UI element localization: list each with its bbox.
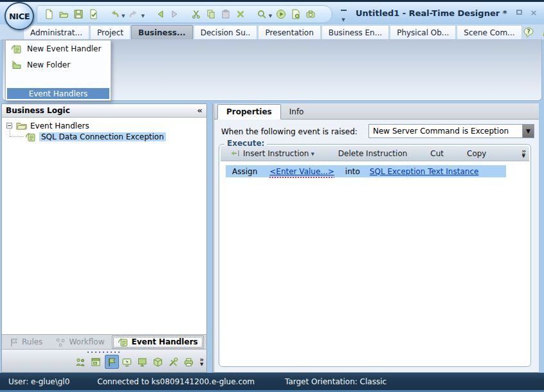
tree-node-label: Event Handlers xyxy=(30,121,89,130)
tab-business-logic[interactable]: Business... xyxy=(131,25,193,40)
workflow-icon xyxy=(55,337,66,347)
tree-collapse-icon[interactable] xyxy=(6,123,12,129)
redo-dropdown-icon[interactable]: ▼ xyxy=(141,13,144,19)
tree-line xyxy=(10,129,10,136)
new-event-handler-button[interactable]: New Event Handler xyxy=(6,40,111,57)
panel-title: Business Logic xyxy=(6,106,70,115)
save-icon[interactable] xyxy=(72,8,85,21)
execute-toolbar-overflow-icon[interactable]: ››▼ xyxy=(522,148,528,159)
search-icon[interactable] xyxy=(255,8,268,21)
delete-icon[interactable] xyxy=(234,8,247,21)
forms-window-icon[interactable] xyxy=(89,355,104,369)
undo-dropdown-icon[interactable]: ▼ xyxy=(122,13,125,19)
help-icon[interactable]: ? xyxy=(523,27,534,38)
rules-flag-icon xyxy=(10,337,19,347)
instruction-action: Assign xyxy=(232,167,257,176)
quick-access-toolbar: ▼ ▼ ▼ xyxy=(37,5,332,23)
application-menu-button[interactable]: NICE xyxy=(5,2,34,30)
info-icon[interactable]: i xyxy=(541,27,544,38)
tab-administration[interactable]: Administrat... xyxy=(23,25,89,40)
window-title: Untitled1 - Real-Time Designer * xyxy=(356,8,507,18)
tab-physical-objects[interactable]: Physical Ob... xyxy=(390,25,456,40)
insert-instruction-icon xyxy=(230,150,240,157)
toolbar-grip-handle[interactable] xyxy=(86,351,122,353)
insert-instruction-dropdown-icon: ▼ xyxy=(311,152,314,157)
status-orientation: Target Orientation: Classic xyxy=(285,377,386,386)
undo-icon[interactable] xyxy=(108,8,121,21)
new-event-handler-label: New Event Handler xyxy=(27,44,101,53)
tab-decision-support[interactable]: Decision Su.. xyxy=(194,25,258,40)
search-dropdown-icon[interactable]: ▼ xyxy=(269,13,272,19)
run-icon[interactable] xyxy=(275,8,287,21)
event-combobox[interactable]: New Server Command is Exception ▼ xyxy=(368,124,534,138)
event-raised-label: When the following event is raised: xyxy=(221,127,358,136)
copy-icon[interactable] xyxy=(204,8,217,21)
tab-properties[interactable]: Properties xyxy=(217,104,281,120)
forward-icon[interactable] xyxy=(168,8,181,21)
validate-document-icon[interactable] xyxy=(87,8,100,21)
tab-event-handlers[interactable]: Event Handlers xyxy=(112,335,203,349)
cut-instruction-button[interactable]: Cut xyxy=(426,147,448,160)
new-folder-button[interactable]: New Folder xyxy=(6,57,111,73)
delete-instruction-button[interactable]: Delete Instruction xyxy=(334,147,411,160)
properties-panel: Properties Info When the following event… xyxy=(212,103,539,373)
cut-icon[interactable] xyxy=(190,8,203,21)
toolbar-customize-chevron[interactable]: ▼ xyxy=(340,10,347,24)
tab-scene-composer[interactable]: Scene Com... xyxy=(457,25,521,40)
event-handler-icon xyxy=(118,337,128,347)
ribbon-tab-bar: Administrat... Project Business... Decis… xyxy=(0,24,544,40)
minimize-button[interactable]: – xyxy=(499,7,509,17)
enter-value-link[interactable]: <Enter Value...> xyxy=(269,167,334,176)
collapse-panel-icon[interactable]: « xyxy=(197,107,203,114)
ribbon-right-icons: ? i xyxy=(523,27,544,40)
instruction-row[interactable]: Assign <Enter Value...> into SQL Excepti… xyxy=(226,165,506,177)
printer-icon[interactable] xyxy=(182,355,196,369)
nice-logo-text: NICE xyxy=(9,12,30,21)
status-connection: Connected to ks0809141200.e-glue.com xyxy=(97,377,255,386)
event-handlers-group-popup: New Event Handler New Folder Event Handl… xyxy=(5,40,111,101)
rules-flag-toolbar-icon[interactable] xyxy=(105,355,119,369)
tree-node-label-selected: SQL Data Connection Exception xyxy=(39,132,166,141)
tree-node-event-handlers[interactable]: Event Handlers xyxy=(2,120,206,131)
status-bar: User: e-glue\gl0 Connected to ks08091412… xyxy=(0,373,544,390)
tab-workflow[interactable]: Workflow xyxy=(50,336,109,348)
app-window: ▼ ▼ ▼ ▼ Untitled1 - Real-Time Designer *… xyxy=(0,0,544,392)
paste-icon[interactable] xyxy=(219,8,232,21)
tab-rules[interactable]: Rules xyxy=(5,336,48,348)
title-bar: ▼ ▼ ▼ ▼ Untitled1 - Real-Time Designer *… xyxy=(0,2,544,24)
event-handlers-group-bar[interactable]: Event Handlers xyxy=(7,88,109,99)
snapshot-camera-icon[interactable] xyxy=(304,8,317,21)
instruction-list: Assign <Enter Value...> into SQL Excepti… xyxy=(221,161,529,365)
users-icon[interactable] xyxy=(74,355,88,369)
instruction-target-link[interactable]: SQL Exception Text Instance xyxy=(370,167,479,176)
screen-pointer-icon[interactable] xyxy=(120,355,134,369)
restore-button[interactable] xyxy=(514,7,524,17)
insert-instruction-button[interactable]: Insert Instruction ▼ xyxy=(226,147,319,160)
tab-info[interactable]: Info xyxy=(281,105,313,119)
properties-tab-strip: Properties Info xyxy=(214,103,539,120)
monitor-icon[interactable] xyxy=(136,355,150,369)
business-logic-header: Business Logic « xyxy=(2,104,206,118)
redo-icon[interactable] xyxy=(127,8,140,21)
copy-instruction-button[interactable]: Copy xyxy=(463,147,490,160)
tab-business-entities[interactable]: Business En... xyxy=(322,25,389,40)
new-document-icon[interactable] xyxy=(42,8,55,21)
build-icon[interactable] xyxy=(289,8,302,21)
toolbar-overflow-icon[interactable]: »▼ xyxy=(200,357,204,367)
event-handler-icon xyxy=(25,132,36,142)
tree-line xyxy=(10,136,24,137)
cube-icon[interactable] xyxy=(151,355,165,369)
svg-text:?: ? xyxy=(527,28,530,35)
tab-presentation[interactable]: Presentation xyxy=(258,25,320,40)
folder-icon xyxy=(16,121,27,130)
tools-icon[interactable] xyxy=(167,355,181,369)
status-user: User: e-glue\gl0 xyxy=(8,377,69,386)
open-folder-icon[interactable] xyxy=(57,8,70,21)
execute-toolbar: Insert Instruction ▼ Delete Instruction … xyxy=(221,146,529,161)
tree-node-sql-exception[interactable]: SQL Data Connection Exception xyxy=(2,131,206,142)
instruction-preposition: into xyxy=(345,167,360,176)
tab-project[interactable]: Project xyxy=(90,25,131,40)
combobox-dropdown-icon[interactable]: ▼ xyxy=(522,125,534,138)
back-icon[interactable] xyxy=(154,8,167,21)
close-button[interactable]: × xyxy=(529,7,539,17)
